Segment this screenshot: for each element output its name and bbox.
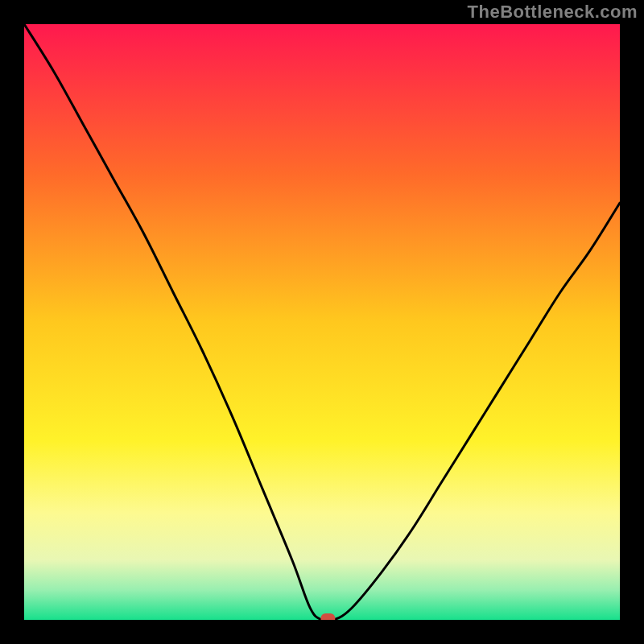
watermark-text: TheBottleneck.com: [468, 2, 638, 23]
chart-container: TheBottleneck.com: [0, 0, 644, 644]
optimum-marker: [320, 613, 335, 620]
plot-area: [24, 24, 620, 620]
gradient-background: [24, 24, 620, 620]
chart-svg: [24, 24, 620, 620]
